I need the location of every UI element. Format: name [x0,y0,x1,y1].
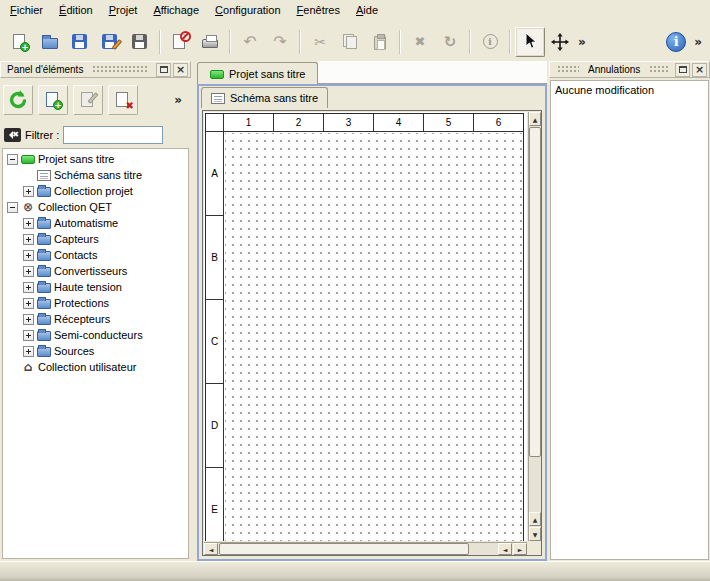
schema-grid[interactable] [225,133,523,541]
tree-item-sources[interactable]: Sources [3,343,188,359]
open-project-button[interactable] [35,27,65,57]
menu-fichier[interactable]: Fichier [2,0,51,22]
edit-element-button[interactable] [73,85,103,115]
undo-list-item[interactable]: Aucune modification [551,81,708,99]
elements-panel-titlebar[interactable]: Panel d'éléments × [0,61,191,78]
expand-icon[interactable] [23,186,34,197]
elements-panel-toolbar: ✖ » [0,78,191,122]
paste-button[interactable] [365,27,395,57]
expand-icon[interactable] [23,282,34,293]
delete-element-button[interactable]: ✖ [108,85,138,115]
expand-icon[interactable] [23,346,34,357]
rotate-button[interactable]: ↻ [435,27,465,57]
expand-icon[interactable] [23,266,34,277]
info-circle-icon: i [483,34,498,49]
edit-pencil-icon [78,90,98,110]
diagram-viewport[interactable]: 1 2 3 4 5 6 A B C D E [204,112,527,541]
tree-item-collection-projet[interactable]: Collection projet [3,183,188,199]
tree-item-schema[interactable]: Schéma sans titre [3,167,188,183]
cut-button[interactable]: ✂ [305,27,335,57]
new-project-button[interactable] [5,27,35,57]
schema-icon [37,170,51,181]
scroll-left-button[interactable]: ◄ [204,543,218,555]
tree-item-automatisme[interactable]: Automatisme [3,215,188,231]
selection-mode-button[interactable] [515,27,545,57]
tree-item-label: Récepteurs [54,313,110,325]
printer-icon [200,32,220,52]
tree-item-protections[interactable]: Protections [3,295,188,311]
column-label: 3 [324,114,374,131]
menu-fenetres[interactable]: Fenêtres [289,0,348,22]
float-dock-button[interactable] [156,63,171,77]
menu-projet[interactable]: Projet [101,0,146,22]
float-dock-button[interactable] [675,63,690,77]
tree-item-convertisseurs[interactable]: Convertisseurs [3,263,188,279]
about-button[interactable]: i [661,27,691,57]
filter-input[interactable] [63,126,163,144]
close-dock-button[interactable]: × [692,63,707,77]
horizontal-scroll-thumb[interactable] [219,543,469,555]
schema-icon [211,93,225,104]
collapse-icon[interactable] [7,202,18,213]
expand-icon[interactable] [23,314,34,325]
tree-item-capteurs[interactable]: Capteurs [3,231,188,247]
menu-configuration[interactable]: Configuration [207,0,288,22]
reload-collections-button[interactable] [3,85,33,115]
close-project-button[interactable] [165,27,195,57]
scroll-right-button[interactable]: ► [513,543,527,555]
expand-icon[interactable] [23,234,34,245]
cursor-arrow-icon [523,33,538,50]
diagram-info-button[interactable]: i [475,27,505,57]
arrow-right-icon: ► [518,546,523,553]
tree-item-collection-utilisateur[interactable]: ⌂ Collection utilisateur [3,359,188,375]
vertical-scroll-thumb[interactable] [529,127,541,457]
collapse-icon[interactable] [7,154,18,165]
print-button[interactable] [195,27,225,57]
dock-grip[interactable] [92,65,149,74]
tab-project[interactable]: Projet sans titre [197,62,318,84]
save-button[interactable] [65,27,95,57]
arrow-left-icon: ◄ [503,546,508,553]
scroll-down-button[interactable]: ▼ [529,527,541,541]
toolbar-overflow-chevron-right[interactable]: » [691,35,705,49]
tree-item-recepteurs[interactable]: Récepteurs [3,311,188,327]
delete-button[interactable]: ✖ [405,27,435,57]
menu-edition[interactable]: Édition [51,0,101,22]
pan-mode-button[interactable] [545,27,575,57]
save-all-button[interactable] [125,27,155,57]
toolbar-overflow-chevron[interactable]: » [575,35,589,49]
expand-icon[interactable] [23,330,34,341]
menu-aide[interactable]: Aide [348,0,386,22]
new-element-button[interactable] [38,85,68,115]
menu-affichage[interactable]: Affichage [145,0,207,22]
elements-panel-dock: Panel d'éléments × ✖ » Filtrer : [0,61,191,561]
undo-dock-titlebar[interactable]: Annulations × [549,61,710,78]
dock-grip[interactable] [557,65,579,74]
expand-icon[interactable] [23,218,34,229]
scroll-up-button[interactable]: ▲ [529,112,541,126]
tree-item-contacts[interactable]: Contacts [3,247,188,263]
dock-grip[interactable] [649,65,668,74]
copy-button[interactable] [335,27,365,57]
horizontal-scrollbar[interactable]: ◄ ◄ ► [204,542,527,555]
clear-filter-icon[interactable] [4,128,21,142]
scroll-up-button-2[interactable]: ▲ [529,512,541,526]
tree-item-haute-tension[interactable]: Haute tension [3,279,188,295]
vertical-scrollbar[interactable]: ▲ ▲ ▼ [528,112,541,541]
tab-schema[interactable]: Schéma sans titre [201,87,328,108]
tree-item-collection-qet[interactable]: ⊗ Collection QET [3,199,188,215]
save-as-button[interactable] [95,27,125,57]
tree-item-project[interactable]: Projet sans titre [3,151,188,167]
redo-button[interactable]: ↷ [265,27,295,57]
scroll-left-button-2[interactable]: ◄ [498,543,512,555]
tree-item-semi-conducteurs[interactable]: Semi-conducteurs [3,327,188,343]
expand-icon[interactable] [23,250,34,261]
row-label: D [206,384,223,468]
panel-overflow-chevron[interactable]: » [171,93,185,107]
schema-sheet[interactable]: 1 2 3 4 5 6 A B C D E [205,113,524,541]
close-dock-button[interactable]: × [173,63,188,77]
arrow-down-icon: ▼ [533,531,538,538]
expand-icon[interactable] [23,298,34,309]
undo-dock-title: Annulations [584,64,644,75]
undo-button[interactable]: ↶ [235,27,265,57]
